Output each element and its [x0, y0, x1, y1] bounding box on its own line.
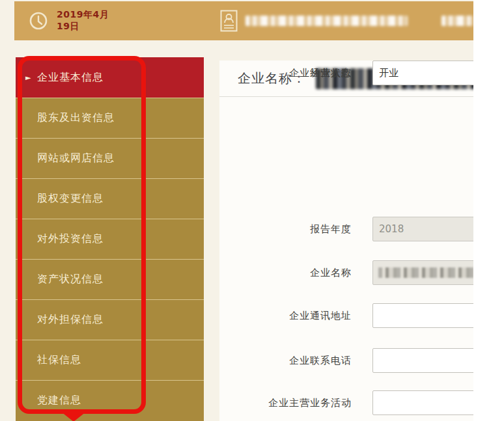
business-status-label: 企业经营状态 — [219, 61, 352, 85]
company-name-label: 企业名称 — [219, 260, 352, 285]
sidebar-menu: ► 企业基本信息 股东及出资信息 网站或网店信息 股权变更信息 对外投资信息 资… — [16, 57, 204, 421]
sidebar-item-label: 对外投资信息 — [16, 232, 104, 246]
redacted-company-name-value — [378, 267, 473, 278]
business-status-input[interactable] — [372, 61, 473, 85]
sidebar-item-label: 社保信息 — [16, 353, 81, 367]
redacted-user-name — [441, 16, 473, 26]
sidebar-item-assets[interactable]: 资产状况信息 — [16, 259, 204, 299]
sidebar-item-guarantees[interactable]: 对外担保信息 — [16, 299, 204, 340]
header-date: 2019年4月19日 — [57, 9, 122, 33]
sidebar-item-website[interactable]: 网站或网店信息 — [16, 138, 204, 178]
sidebar-item-outbound-investment[interactable]: 对外投资信息 — [16, 219, 204, 259]
report-year-row: 报告年度 — [219, 217, 473, 241]
sidebar-item-label: 网站或网店信息 — [16, 152, 115, 165]
redacted-company-name — [245, 16, 408, 26]
company-address-row: 企业通讯地址 — [219, 303, 473, 328]
sidebar-item-basic-info[interactable]: ► 企业基本信息 — [16, 57, 204, 98]
main-business-input[interactable] — [372, 390, 473, 415]
main-business-row: 企业主营业务活动 — [219, 390, 473, 415]
sidebar-item-social-security[interactable]: 社保信息 — [16, 340, 204, 380]
sidebar-item-label: 对外担保信息 — [16, 313, 104, 327]
sidebar-item-label: 党建信息 — [16, 394, 81, 407]
sidebar-item-shareholders[interactable]: 股东及出资信息 — [16, 98, 204, 138]
business-status-row: 企业经营状态 — [219, 61, 473, 85]
sidebar-item-label: 股权变更信息 — [16, 192, 104, 206]
company-phone-label: 企业联系电话 — [219, 348, 352, 373]
id-badge-icon — [220, 10, 238, 32]
sidebar-item-label: 资产状况信息 — [16, 273, 104, 286]
main-panel: 企业名称： 报告年度 企业名称 企业通讯地址 企业联系电话 企业主营业务活动 — [219, 61, 473, 421]
company-phone-row: 企业联系电话 — [219, 348, 473, 373]
report-year-label: 报告年度 — [219, 217, 352, 241]
company-phone-input[interactable] — [372, 348, 473, 373]
main-business-label: 企业主营业务活动 — [219, 390, 352, 415]
clock-icon — [29, 11, 48, 31]
active-item-arrow-icon: ► — [25, 74, 31, 82]
sidebar-item-equity-change[interactable]: 股权变更信息 — [16, 178, 204, 219]
sidebar-item-label: 股东及出资信息 — [16, 111, 115, 125]
company-address-input[interactable] — [372, 303, 473, 328]
header-bar: 2019年4月19日 — [14, 1, 473, 40]
company-name-row: 企业名称 — [219, 260, 473, 285]
report-year-input — [372, 217, 473, 241]
company-address-label: 企业通讯地址 — [219, 303, 352, 328]
title-divider — [219, 96, 473, 97]
sidebar-item-party-building[interactable]: 党建信息 — [16, 380, 204, 420]
